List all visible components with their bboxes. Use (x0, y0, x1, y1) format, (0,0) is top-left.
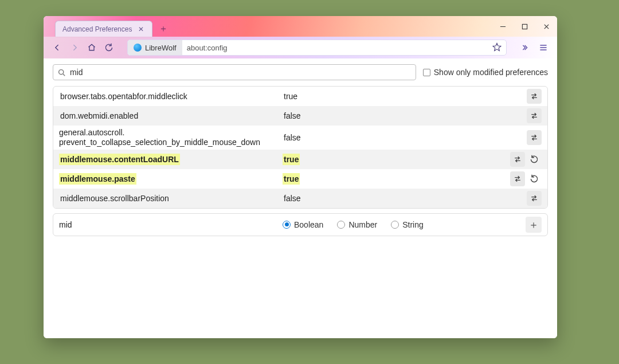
forward-button[interactable] (66, 40, 83, 56)
new-pref-type-group: BooleanNumberString (283, 220, 424, 229)
new-pref-name: mid (59, 220, 283, 229)
url-text: about:config (182, 44, 232, 52)
new-pref-row: mid BooleanNumberString ＋ (53, 213, 548, 236)
identity-label: LibreWolf (145, 44, 177, 52)
reset-button[interactable] (527, 171, 542, 186)
pref-name: dom.webmidi.enabled (59, 110, 283, 122)
titlebar: Advanced Preferences ✕ ＋ (44, 16, 557, 37)
new-tab-button[interactable]: ＋ (156, 21, 171, 36)
app-menu-button[interactable] (535, 40, 551, 56)
identity-box[interactable]: LibreWolf (128, 40, 182, 55)
radio-label: String (402, 220, 424, 229)
prefs-table: browser.tabs.opentabfor.middleclicktrued… (53, 86, 548, 209)
pref-row: middlemouse.pastetrue (53, 169, 547, 189)
show-modified-toggle[interactable]: Show only modified preferences (423, 68, 548, 77)
tab-advanced-preferences[interactable]: Advanced Preferences ✕ (55, 21, 152, 37)
toggle-button[interactable] (510, 152, 525, 167)
radio-icon (283, 221, 291, 229)
toggle-button[interactable] (527, 89, 542, 104)
reload-button[interactable] (101, 40, 117, 56)
url-field[interactable]: LibreWolf about:config (127, 40, 507, 56)
pref-row: dom.webmidi.enabledfalse (53, 106, 547, 126)
pref-search-input[interactable] (69, 67, 411, 77)
urlbar: LibreWolf about:config (44, 37, 557, 58)
close-window-button[interactable] (535, 16, 557, 37)
reset-button[interactable] (527, 152, 542, 167)
pref-value: false (283, 110, 369, 122)
search-row: Show only modified preferences (53, 64, 548, 80)
about-config-content: Show only modified preferences browser.t… (44, 58, 557, 338)
pref-row: general.autoscroll.prevent_to_collapse_s… (53, 126, 547, 150)
add-pref-button[interactable]: ＋ (526, 217, 542, 233)
pref-row: middlemouse.contentLoadURLtrue (53, 150, 547, 169)
pref-value: false (283, 193, 369, 204)
type-radio-string[interactable]: String (391, 220, 424, 229)
pref-name: middlemouse.paste (59, 173, 283, 185)
maximize-button[interactable] (514, 16, 535, 37)
svg-marker-4 (493, 43, 501, 50)
bookmark-star-icon[interactable] (492, 42, 502, 53)
tab-title: Advanced Preferences (62, 25, 132, 33)
radio-icon (337, 221, 345, 229)
svg-line-9 (63, 73, 65, 75)
pref-value: false (283, 132, 369, 143)
type-radio-boolean[interactable]: Boolean (283, 220, 323, 229)
librewolf-icon (134, 44, 142, 52)
toggle-button[interactable] (527, 130, 542, 145)
window-controls (492, 16, 557, 37)
pref-search-box[interactable] (53, 64, 416, 80)
pref-row: browser.tabs.opentabfor.middleclicktrue (53, 87, 547, 106)
home-button[interactable] (84, 40, 100, 56)
radio-label: Number (348, 220, 377, 229)
pref-name: middlemouse.contentLoadURL (59, 154, 283, 165)
checkbox-icon (423, 69, 430, 76)
browser-window: Advanced Preferences ✕ ＋ LibreWolf about… (44, 16, 557, 338)
toggle-button[interactable] (527, 108, 542, 123)
radio-icon (391, 221, 399, 229)
toggle-button[interactable] (527, 191, 542, 206)
pref-value: true (283, 91, 369, 102)
pref-value: true (283, 173, 369, 185)
pref-value: true (283, 154, 369, 165)
show-modified-label: Show only modified preferences (434, 68, 548, 77)
svg-point-8 (59, 69, 64, 74)
pref-row: middlemouse.scrollbarPositionfalse (53, 189, 547, 208)
overflow-button[interactable] (516, 40, 532, 56)
search-icon (58, 69, 65, 76)
back-button[interactable] (49, 40, 65, 56)
pref-name: browser.tabs.opentabfor.middleclick (59, 91, 283, 102)
toggle-button[interactable] (510, 171, 525, 186)
pref-name: middlemouse.scrollbarPosition (59, 193, 283, 204)
radio-label: Boolean (294, 220, 323, 229)
tab-close-icon[interactable]: ✕ (136, 25, 146, 34)
minimize-button[interactable] (492, 16, 514, 37)
svg-rect-1 (522, 24, 527, 29)
type-radio-number[interactable]: Number (337, 220, 377, 229)
pref-name: general.autoscroll.prevent_to_collapse_s… (59, 128, 283, 147)
